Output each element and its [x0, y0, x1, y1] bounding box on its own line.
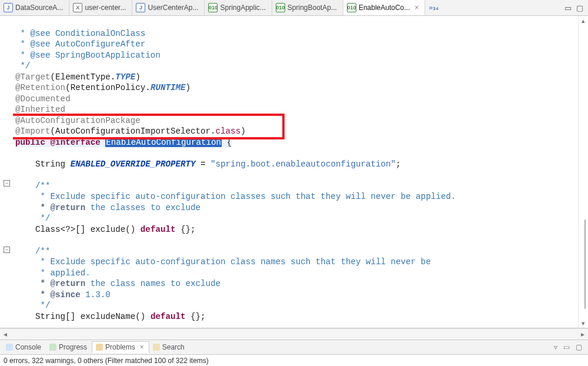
selected-type-name: EnableAutoConfiguration: [105, 138, 222, 147]
code-text: (AutoConfigurationImportSelector.: [51, 127, 216, 136]
code-keyword: public: [15, 138, 45, 147]
code-keyword: @interface: [51, 138, 101, 147]
tab-usercenterap[interactable]: J UserCenterAp...: [132, 0, 205, 15]
code-text: =: [196, 159, 211, 169]
code-annotation: @Inherited: [15, 105, 65, 114]
code-annotation: @Retention: [15, 83, 65, 92]
code-text: {};: [185, 312, 205, 321]
code-text: ): [240, 127, 246, 136]
code-annotation: @Target: [15, 72, 51, 82]
close-icon[interactable]: ×: [412, 4, 419, 11]
view-tab-label: Console: [15, 343, 41, 351]
code-annotation: @Import: [15, 127, 51, 136]
scroll-down-button[interactable]: ▾: [579, 318, 588, 328]
code-comment: */: [15, 214, 51, 223]
code-text: ): [135, 72, 141, 82]
tab-enableautoconfig[interactable]: 010 EnableAutoCo... ×: [343, 0, 425, 15]
console-icon: [6, 344, 13, 351]
code-comment: * Exclude specific auto-configuration cl…: [15, 192, 456, 201]
scroll-up-button[interactable]: ▴: [579, 16, 588, 25]
code-text: {};: [175, 225, 195, 234]
scrollbar-thumb[interactable]: [584, 219, 586, 309]
code-string: "spring.boot.enableautoconfiguration": [211, 159, 396, 169]
search-icon: [153, 344, 160, 351]
tab-datasource[interactable]: J DataSourceA...: [0, 0, 69, 15]
code-comment: * applied.: [15, 268, 91, 278]
hscroll-track[interactable]: [11, 330, 577, 338]
tab-springapplic[interactable]: 010 SpringApplic...: [205, 0, 272, 15]
code-comment: the classes to exclude: [85, 203, 201, 212]
fold-toggle-icon[interactable]: −: [4, 180, 10, 187]
view-tab-progress[interactable]: Progress: [46, 342, 92, 352]
maximize-view-button[interactable]: ▢: [576, 4, 583, 12]
minimize-view-button[interactable]: ▭: [563, 343, 570, 351]
code-constant: ENABLED_OVERRIDE_PROPERTY: [71, 159, 196, 169]
code-doctag: * @since: [15, 290, 81, 300]
horizontal-scrollbar[interactable]: ◂ ▸: [0, 328, 588, 340]
class-file-icon: 010: [347, 3, 356, 12]
close-icon[interactable]: ×: [138, 344, 144, 351]
code-comment: * Exclude specific auto-configuration cl…: [15, 257, 431, 267]
chevron-overflow-icon: »₃₄: [429, 4, 439, 12]
code-comment: * @see SpringBootApplication: [15, 51, 161, 60]
scroll-right-button[interactable]: ▸: [577, 330, 588, 338]
code-text: Class<?>[] exclude(): [15, 225, 141, 234]
code-doctag: * @return: [15, 203, 85, 212]
view-tab-label: Search: [162, 343, 185, 351]
java-file-icon: J: [4, 3, 13, 12]
progress-icon: [49, 344, 56, 351]
code-keyword: default: [141, 225, 176, 234]
code-annotation: @AutoConfigurationPackage: [15, 116, 141, 125]
view-tab-search[interactable]: Search: [149, 342, 189, 352]
code-text: (ElementType.: [51, 72, 116, 82]
code-text: ;: [396, 159, 401, 169]
code-text: ): [186, 83, 191, 92]
code-keyword: default: [151, 312, 186, 321]
minimize-view-button[interactable]: ▭: [564, 4, 572, 12]
fold-toggle-icon[interactable]: −: [4, 247, 10, 253]
problems-summary: 0 errors, 322 warnings, 0 others (Filter…: [0, 355, 588, 366]
code-comment: 1.3.0: [81, 290, 111, 300]
code-comment: /**: [15, 181, 51, 191]
code-comment: /**: [15, 247, 51, 256]
java-file-icon: J: [136, 3, 145, 12]
tab-label: SpringApplic...: [220, 4, 265, 12]
bottom-tabbar: Console Progress Problems × Search ▿ ▭ ▢: [0, 340, 588, 355]
maximize-view-button[interactable]: ▢: [576, 343, 582, 351]
tab-label: SpringBootAp...: [288, 4, 337, 12]
code-enum: TYPE: [115, 72, 135, 82]
class-file-icon: 010: [208, 3, 218, 12]
code-enum: RUNTIME: [151, 83, 186, 92]
scroll-left-button[interactable]: ◂: [0, 330, 11, 338]
code-area[interactable]: * @see ConditionalOnClass * @see AutoCon…: [13, 16, 578, 328]
code-comment: * @see AutoConfigureAfter: [15, 39, 145, 49]
view-tab-label: Progress: [59, 343, 87, 351]
code-comment: */: [15, 61, 31, 71]
editor-tabbar: J DataSourceA... X user-center... J User…: [0, 0, 588, 16]
xml-file-icon: X: [73, 3, 82, 12]
tab-springbootap[interactable]: 010 SpringBootAp...: [272, 0, 343, 15]
code-text: String[] excludeName(): [15, 312, 151, 321]
editor-gutter: − −: [0, 16, 13, 328]
bottom-panel: Console Progress Problems × Search ▿ ▭ ▢: [0, 340, 588, 366]
tab-label: EnableAutoCo...: [359, 4, 410, 12]
view-tab-console[interactable]: Console: [2, 342, 46, 352]
tab-overflow-button[interactable]: »₃₄: [425, 0, 442, 15]
class-file-icon: 010: [276, 3, 285, 12]
tab-label: UserCenterAp...: [148, 4, 198, 12]
view-tab-label: Problems: [105, 343, 135, 351]
view-tab-problems[interactable]: Problems ×: [92, 341, 149, 353]
code-comment: * @see ConditionalOnClass: [15, 29, 145, 38]
status-text: 0 errors, 322 warnings, 0 others (Filter…: [4, 357, 209, 365]
tab-label: user-center...: [85, 4, 126, 12]
code-text: String: [15, 159, 71, 169]
code-comment: the class names to exclude: [85, 279, 220, 288]
overview-ruler[interactable]: ▴ ▾: [578, 16, 588, 328]
code-editor[interactable]: − − * @see ConditionalOnClass * @see Aut…: [0, 16, 588, 328]
view-menu-button[interactable]: ▿: [554, 343, 557, 351]
tab-user-center-xml[interactable]: X user-center...: [69, 0, 132, 15]
problems-icon: [96, 344, 103, 351]
tab-label: DataSourceA...: [15, 4, 63, 12]
code-comment: */: [15, 301, 51, 310]
code-keyword: class: [216, 127, 241, 136]
